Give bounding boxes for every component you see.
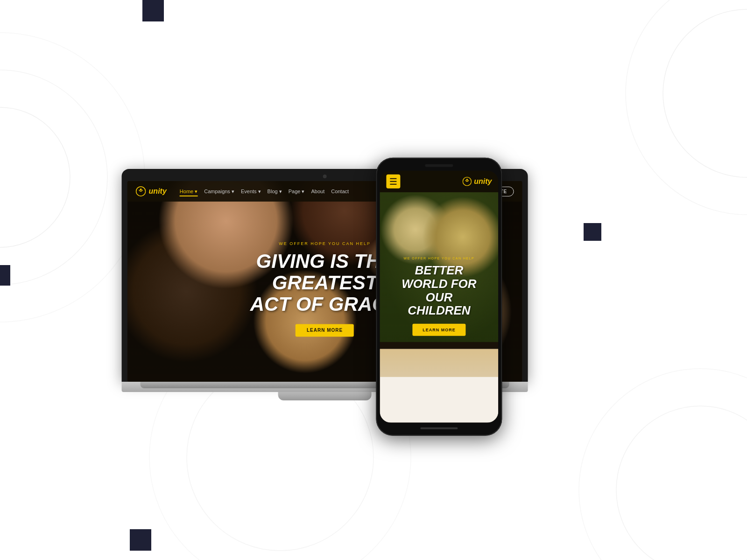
phone-device: unity WE OFFER HOPE YOU CAN HELP BETTER … — [376, 158, 502, 436]
svg-point-16 — [466, 179, 468, 181]
nav-link-home[interactable]: Home ▾ — [180, 188, 197, 194]
phone-hero-subtitle: WE OFFER HOPE YOU CAN HELP — [387, 257, 491, 260]
nav-link-blog[interactable]: Blog ▾ — [268, 188, 282, 194]
phone-learn-more-button[interactable]: LEARN MORE — [412, 323, 466, 336]
laptop-logo-icon — [136, 186, 146, 196]
phone-website: unity WE OFFER HOPE YOU CAN HELP BETTER … — [380, 171, 498, 423]
laptop-hero-title-line2: GREATEST — [272, 272, 378, 294]
phone-logo-icon — [462, 177, 472, 186]
laptop-logo-text: unity — [149, 187, 167, 196]
nav-link-campaigns[interactable]: Campaigns ▾ — [204, 188, 234, 194]
phone-camera-area — [380, 164, 498, 167]
nav-link-contact[interactable]: Contact — [331, 189, 349, 194]
main-scene: unity Home ▾ Campaigns ▾ Events ▾ Blog ▾… — [0, 0, 747, 560]
svg-point-14 — [140, 189, 142, 190]
phone-logo: unity — [462, 177, 492, 186]
phone-hero-title-line1: BETTER — [415, 263, 463, 277]
phone-mockup: unity WE OFFER HOPE YOU CAN HELP BETTER … — [376, 158, 502, 436]
hamburger-line-1 — [390, 178, 396, 179]
phone-screen: unity WE OFFER HOPE YOU CAN HELP BETTER … — [380, 171, 498, 423]
laptop-learn-more-button[interactable]: LEARN MORE — [296, 324, 354, 336]
hamburger-button[interactable] — [386, 175, 400, 189]
nav-link-events[interactable]: Events ▾ — [241, 188, 261, 194]
phone-camera — [425, 164, 453, 167]
nav-link-page[interactable]: Page ▾ — [289, 188, 305, 194]
laptop-stand — [278, 392, 372, 400]
phone-indicator-bar — [420, 427, 458, 429]
phone-home-indicator — [380, 427, 498, 429]
phone-hero-title: BETTER WORLD FOR OUR CHILDREN — [387, 264, 491, 317]
nav-link-about[interactable]: About — [311, 189, 324, 194]
phone-hero: WE OFFER HOPE YOU CAN HELP BETTER WORLD … — [380, 192, 498, 423]
laptop-camera — [323, 175, 327, 178]
laptop-hero-title-line1: GIVING IS THE — [256, 250, 394, 272]
phone-hero-title-line2: WORLD FOR OUR — [402, 277, 476, 304]
laptop-logo: unity — [136, 186, 167, 196]
phone-logo-text: unity — [474, 177, 492, 186]
phone-bottom-section — [380, 349, 498, 423]
phone-navbar: unity — [380, 171, 498, 192]
phone-bottom-image — [380, 349, 498, 377]
phone-hero-title-line3: CHILDREN — [408, 303, 470, 317]
hamburger-line-3 — [390, 184, 396, 185]
hamburger-line-2 — [390, 181, 396, 182]
phone-hero-content: WE OFFER HOPE YOU CAN HELP BETTER WORLD … — [380, 257, 498, 336]
